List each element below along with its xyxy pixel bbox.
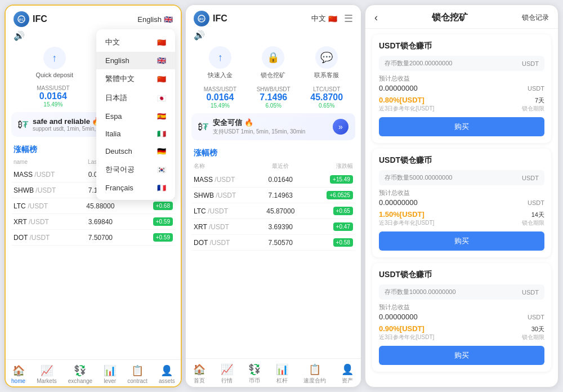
pair-label: MASS/USDT [37, 85, 69, 91]
section-title: 涨幅榜 [186, 145, 361, 161]
table-row[interactable]: SHWB /USDT 7.14963 +6.0525 [191, 188, 355, 203]
quick-action-deposit[interactable]: ↑ Quick deposit [35, 47, 73, 78]
assets-icon: 👤 [341, 363, 354, 376]
lang-option-trad-chinese[interactable]: 繁體中文 🇨🇳 [96, 69, 175, 88]
speaker-icon[interactable]: 🔊 [194, 30, 205, 41]
nav-lever[interactable]: 📊 杠杆 [276, 363, 288, 385]
back-button[interactable]: ‹ [374, 12, 378, 24]
home-icon: 🏠 [193, 363, 205, 376]
nav-label: Markets [37, 378, 57, 384]
language-selector[interactable]: 中文 🇨🇳 ☰ [311, 12, 353, 25]
nav-label: assets [159, 378, 175, 384]
nav-contract[interactable]: 📋 速度合约 [303, 363, 326, 385]
contract-icon: 📋 [309, 363, 321, 376]
logo-area: IFC IFC [194, 11, 227, 26]
language-dropdown: 中文 🇨🇳 English 🇬🇧 繁體中文 🇨🇳 日本語 🇯🇵 Espa 🇪🇸 [96, 29, 175, 200]
deposit-label: 快速入金 [208, 71, 233, 79]
deposit-label: Quick deposit [35, 72, 73, 78]
lang-label: Deutsch [105, 147, 132, 155]
asset-price: 7.50700 [72, 234, 129, 242]
logo-icon: IFC [194, 11, 209, 26]
table-row[interactable]: DOT /USDT 7.50700 +0.59 [11, 230, 175, 246]
col-price: 最近价 [252, 162, 310, 170]
nav-assets[interactable]: 👤 assets [159, 364, 175, 384]
lang-option-spanish[interactable]: Espa 🇪🇸 [96, 108, 175, 125]
buy-button-2[interactable]: 购买 [379, 231, 544, 251]
buy-button-3[interactable]: 购买 [379, 346, 544, 365]
lever-icon: 📊 [104, 364, 116, 377]
table-row[interactable]: LTC /USDT 45.88000 +0.68 [11, 198, 175, 214]
svg-text:IFC: IFC [199, 17, 204, 21]
lang-label: 繁體中文 [105, 74, 135, 84]
field-unit: USDT [522, 289, 539, 296]
lang-option-japanese[interactable]: 日本語 🇯🇵 [96, 88, 175, 108]
nav-home[interactable]: 🏠 首页 [193, 363, 205, 385]
lang-option-english[interactable]: English 🇬🇧 [96, 52, 175, 69]
language-selector[interactable]: English 🇬🇧 [137, 15, 173, 24]
days-subtext: 锁仓期限 [522, 105, 544, 113]
lang-option-french[interactable]: Français 🇫🇷 [96, 179, 175, 197]
days-value: 14天 [531, 211, 544, 218]
lang-option-chinese[interactable]: 中文 🇨🇳 [96, 33, 175, 52]
yield-amount: 0.00000000 [379, 198, 418, 207]
exchange-icon: 💱 [74, 364, 86, 377]
nav-exchange[interactable]: 💱 exchange [68, 364, 92, 384]
col-name: 名称 [194, 162, 252, 170]
panel-action[interactable]: 锁仓记录 [522, 13, 549, 23]
card-title: USDT锁仓赚币 [379, 155, 544, 166]
deposit-icon: ↑ [43, 47, 66, 69]
asset-name: XRT /USDT [194, 223, 252, 231]
quick-action-deposit[interactable]: ↑ 快速入金 [208, 46, 233, 79]
lang-label: 日本語 [105, 93, 127, 103]
nav-markets[interactable]: 📈 Markets [37, 364, 57, 384]
quick-action-support[interactable]: 💬 联系客服 [314, 46, 339, 79]
quick-action-lock[interactable]: 🔒 锁仓挖矿 [261, 46, 285, 79]
asset-name: DOT /USDT [194, 239, 252, 247]
flag-icon: 🇯🇵 [157, 94, 166, 103]
asset-name: MASS /USDT [194, 176, 252, 184]
nav-contract[interactable]: 📋 contract [127, 364, 148, 384]
quick-actions: ↑ 快速入金 🔒 锁仓挖矿 💬 联系客服 [186, 43, 361, 84]
nav-lever[interactable]: 📊 lever [104, 364, 116, 384]
nav-exchange[interactable]: 💱 币币 [248, 363, 261, 385]
hamburger-icon[interactable]: ☰ [344, 12, 353, 25]
price-shwb: SHWB/USDT 7.1496 6.05% [257, 86, 291, 109]
yield-amount: 0.00000000 [379, 84, 418, 92]
support-label: 联系客服 [314, 71, 339, 79]
lock-icon: 🔒 [262, 46, 284, 69]
flag-icon: 🇬🇧 [157, 56, 166, 65]
asset-price: 3.69390 [252, 223, 310, 231]
screen3: ‹ 锁仓挖矿 锁仓记录 USDT锁仓赚币 存币数量2000.00000000 U… [365, 5, 558, 387]
lang-option-italian[interactable]: Italia 🇮🇹 [96, 125, 175, 142]
speaker-icon[interactable]: 🔊 [14, 30, 25, 41]
yield-amount: 0.00000000 [379, 313, 418, 321]
flag-icon: 🇨🇳 [157, 75, 166, 83]
screen1: IFC IFC English 🇬🇧 中文 🇨🇳 English 🇬🇧 繁體中文 [5, 5, 182, 387]
price-value: 7.1496 [260, 92, 287, 103]
table-row[interactable]: XRT /USDT 3.69390 +0.47 [191, 219, 355, 235]
asset-price: 7.14963 [252, 191, 310, 199]
nav-label: contract [127, 378, 148, 384]
tether-icon: ₮ [203, 122, 208, 132]
lang-option-german[interactable]: Deutsch 🇩🇪 [96, 142, 175, 160]
banner-arrow[interactable]: » [333, 119, 348, 135]
buy-button-1[interactable]: 购买 [379, 117, 544, 136]
lock-card-2: USDT锁仓赚币 存币数量5000.00000000 USDT 预计总收益 0.… [372, 149, 551, 257]
nav-assets[interactable]: 👤 资产 [341, 363, 354, 385]
deposit-field: 存币数量5000.00000000 USDT [379, 170, 544, 185]
table-row[interactable]: DOT /USDT 7.50570 +0.58 [191, 235, 355, 251]
nav-home[interactable]: 🏠 home [11, 364, 25, 384]
table-row[interactable]: MASS /USDT 0.01640 +15.49 [191, 172, 355, 188]
banner-text: 安全可信 🔥 支持USDT 1min, 5min, 15min, 30min [213, 118, 328, 136]
table-row[interactable]: XRT /USDT 3.69840 +0.59 [11, 214, 175, 230]
banner-icons: ₿ ₮ [18, 119, 28, 130]
market-table: 名称 最近价 涨跌幅 MASS /USDT 0.01640 +15.49 SHW… [186, 161, 361, 251]
asset-name: XRT /USDT [14, 218, 72, 226]
table-row[interactable]: LTC /USDT 45.87000 +0.65 [191, 203, 355, 219]
asset-change: +0.65 [310, 207, 353, 215]
assets-icon: 👤 [160, 364, 173, 377]
days-value: 7天 [535, 97, 544, 104]
nav-markets[interactable]: 📈 行情 [221, 363, 233, 385]
lang-option-korean[interactable]: 한국어공 🇰🇷 [96, 160, 175, 179]
asset-price: 0.01640 [252, 176, 310, 184]
